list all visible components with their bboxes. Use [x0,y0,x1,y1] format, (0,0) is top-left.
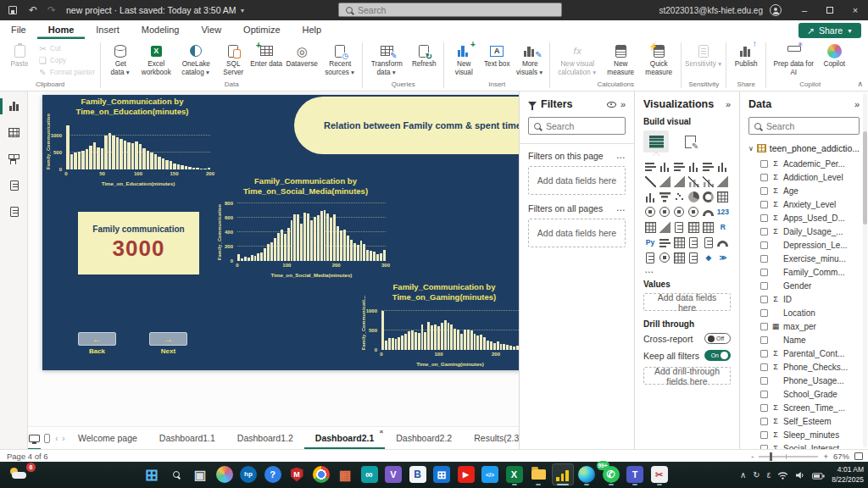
histogram-bar[interactable] [287,228,290,261]
checkbox[interactable] [760,418,768,425]
histogram-bar[interactable] [424,332,426,350]
filters-search-input[interactable] [546,121,620,131]
tab-home[interactable]: Home [37,20,86,39]
histogram-bar[interactable] [244,257,247,261]
sql-server-button[interactable]: SQL Server [217,42,249,77]
excel-workbook-button[interactable]: XExcel workbook [137,42,175,77]
taskbar-clock[interactable]: 4:01 AM 8/22/2025 [832,465,864,484]
family-communication-card[interactable]: Family communication 3000 [78,212,199,274]
histogram-bar[interactable] [480,335,482,350]
histogram-bar[interactable] [503,344,505,350]
more-visuals-button[interactable]: More visuals▼ [514,42,546,77]
clustered-bar-chart-button[interactable] [672,159,686,173]
histogram-bar[interactable] [398,337,400,350]
copilot-button[interactable]: Copilot [818,42,850,69]
histogram-bar[interactable] [326,214,329,261]
checkbox[interactable] [760,309,768,317]
sensitivity-button[interactable]: Sensitivity▼ [685,42,722,69]
field-sleep-minutes[interactable]: ΣSleep_minutes [748,428,860,441]
filled-map-button[interactable] [658,205,671,219]
histogram-bar[interactable] [376,254,379,261]
histogram-bar[interactable] [185,166,188,169]
close-page-icon[interactable]: × [380,428,384,435]
histogram-bar[interactable] [385,341,387,350]
field-age[interactable]: ΣAge [748,184,860,197]
line-and-clustered-column-chart-button[interactable] [702,175,715,188]
histogram-bar[interactable] [487,341,489,350]
histogram-bar[interactable] [303,213,306,261]
histogram-bar[interactable] [467,330,470,350]
tab-view[interactable]: View [190,20,232,39]
keep-all-filters-toggle[interactable]: On [704,350,731,361]
dax-query-view-button[interactable] [0,174,28,197]
line-and-stacked-column-chart-button[interactable] [687,175,700,188]
checkbox[interactable] [760,404,768,412]
histogram-bar[interactable] [291,220,293,261]
field-daily-usage-[interactable]: ΣDaily_Usage_... [748,225,860,238]
previous-page-icon[interactable]: ‹ [53,434,60,443]
histogram-bar[interactable] [307,214,309,261]
histogram-bar[interactable] [470,330,473,350]
histogram-bar[interactable] [421,324,424,350]
histogram-bar[interactable] [93,142,97,169]
histogram-bar[interactable] [500,344,503,350]
field-parental-cont-[interactable]: ΣParental_Cont... [748,347,860,360]
paste-button[interactable]: Paste [3,42,36,69]
histogram-bar[interactable] [395,339,398,350]
histogram-bar[interactable] [506,345,509,350]
zoom-in-icon[interactable]: + [823,452,828,461]
onelake-catalog-button[interactable]: OneLake catalog▼ [175,42,216,77]
window-title[interactable]: new project · Last saved: Today at 3:50 … [66,5,236,15]
line-chart-button[interactable] [643,175,657,188]
histogram-bar[interactable] [363,244,365,261]
collapse-pane-icon[interactable]: » [726,99,731,109]
histogram-bar[interactable] [260,252,263,261]
checkbox[interactable] [760,336,768,344]
histogram-bar[interactable] [297,214,299,261]
transform-data-button[interactable]: Transform data▼ [366,42,407,77]
checkbox[interactable] [760,187,768,195]
histogram-bar[interactable] [380,253,382,261]
field-academic-per-[interactable]: ΣAcademic_Per... [748,157,860,170]
histogram-bar[interactable] [370,251,372,261]
next-button[interactable]: → [149,332,187,346]
arduino-app[interactable]: ∞ [359,463,381,485]
histogram-bar[interactable] [251,255,253,261]
minimize-button[interactable]: – [792,0,817,20]
drill-through-dropzone[interactable]: Add drill-through fields here [643,367,731,385]
data-search[interactable] [748,117,860,135]
format-visual-mode-button[interactable] [677,130,703,152]
text-slicer-button[interactable] [687,251,700,264]
kpi-button[interactable] [658,220,671,234]
fit-to-page-icon[interactable] [854,452,863,460]
histogram-bar[interactable] [411,330,414,350]
collapse-pane-icon[interactable]: » [620,99,626,109]
account-avatar[interactable] [770,4,782,16]
more-options-icon[interactable]: ... [616,204,626,213]
collapse-pane-icon[interactable]: » [854,99,860,109]
get-help-app[interactable]: ? [262,463,284,485]
field-family-comm-[interactable]: Family_Comm... [748,265,860,279]
checkbox[interactable] [760,350,768,358]
histogram-bar[interactable] [284,234,287,261]
histogram-bar[interactable] [104,136,108,169]
scrollbar[interactable] [863,93,867,447]
histogram-bar[interactable] [441,323,443,350]
azure-map-button[interactable] [687,205,700,219]
maximize-button[interactable] [817,0,843,20]
treemap-button[interactable] [716,190,730,203]
copilot-app[interactable] [214,463,236,485]
page-tab-dashboard2-2[interactable]: Dashboard2.2 [385,427,463,450]
card-button[interactable]: 123 [716,205,730,219]
histogram-bar[interactable] [444,320,447,350]
histogram-bar[interactable] [448,323,450,350]
cut-button[interactable]: ✂Cut [36,44,97,53]
taskbar-search[interactable] [165,463,187,485]
tab-insert[interactable]: Insert [85,20,131,39]
tray-expand-icon[interactable]: ∧ [740,470,746,480]
histogram-bar[interactable] [112,136,115,169]
r-script-visual-button[interactable]: R [716,220,730,234]
map-button[interactable] [643,205,657,219]
histogram-bar[interactable] [427,322,430,350]
histogram-bar[interactable] [483,337,486,350]
